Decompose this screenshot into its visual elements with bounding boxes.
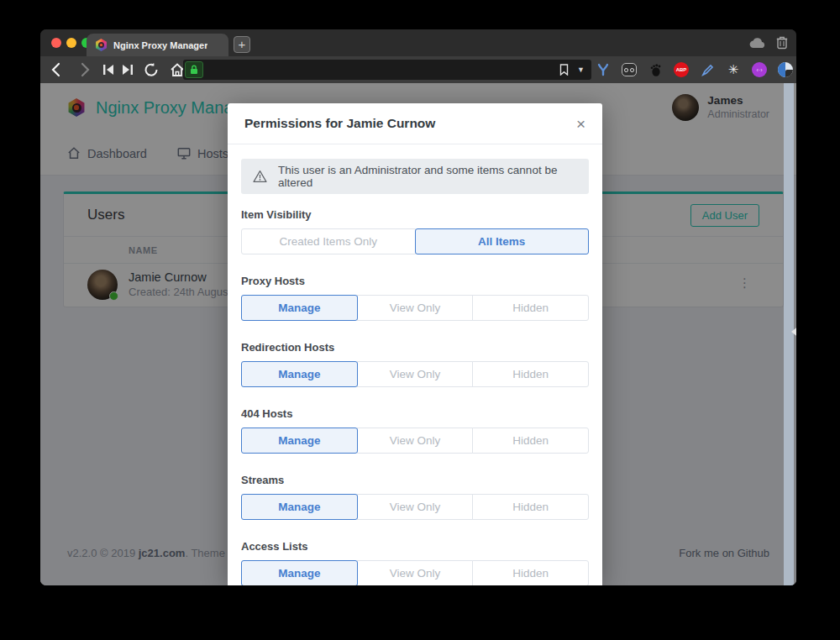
modal-title: Permissions for Jamie Curnow (244, 116, 435, 131)
permission-button-group: ManageView OnlyHidden (241, 560, 589, 585)
perm-option-manage[interactable]: Manage (241, 494, 358, 520)
reload-icon[interactable] (144, 62, 159, 77)
forward-icon[interactable] (76, 61, 92, 78)
close-icon[interactable] (51, 38, 61, 48)
permission-button-group: ManageView OnlyHidden (241, 428, 589, 454)
admin-alert-text: This user is an Administrator and some i… (278, 164, 577, 189)
window-edge-arrow-icon (791, 326, 796, 338)
page-viewport: Nginx Proxy Manager James Administrator … (40, 83, 796, 585)
perm-option-hidden[interactable]: Hidden (472, 295, 589, 321)
permission-section-label: 404 Hosts (241, 407, 589, 420)
permission-section-label: Access Lists (241, 540, 589, 553)
back-icon[interactable] (49, 61, 66, 78)
goggles-icon[interactable] (622, 63, 637, 76)
gnome-foot-icon[interactable] (648, 62, 663, 77)
tab-title: Nginx Proxy Manager (113, 40, 207, 50)
browser-titlebar: Nginx Proxy Manager + (40, 29, 796, 56)
permissions-modal: Permissions for Jamie Curnow × This user… (228, 103, 602, 585)
skip-end-icon[interactable] (122, 64, 134, 76)
perm-option-view-only[interactable]: View Only (357, 295, 474, 321)
perm-option-hidden[interactable]: Hidden (472, 560, 589, 585)
warning-icon (253, 170, 267, 183)
perm-option-manage[interactable]: Manage (241, 560, 358, 585)
permission-section-label: Redirection Hosts (241, 341, 589, 354)
perm-option-all-items[interactable]: All Items (415, 228, 590, 254)
clock-icon[interactable] (778, 62, 793, 77)
modal-close-button[interactable]: × (576, 116, 585, 132)
gear-icon[interactable]: ✳ (726, 62, 741, 77)
permission-section: Access Lists ManageView OnlyHidden (241, 540, 589, 585)
permission-button-group: Created Items OnlyAll Items (241, 228, 589, 254)
perm-option-hidden[interactable]: Hidden (472, 494, 589, 520)
cloud-icon[interactable] (749, 37, 766, 49)
trash-icon[interactable] (776, 35, 788, 50)
new-tab-button[interactable]: + (234, 36, 250, 53)
permission-section-label: Streams (241, 474, 589, 486)
perm-option-view-only[interactable]: View Only (357, 428, 474, 454)
abp-icon[interactable]: ABP (674, 62, 689, 77)
bookmark-icon[interactable] (559, 64, 569, 76)
permission-section: Item Visibility Created Items OnlyAll It… (241, 208, 589, 254)
permission-button-group: ManageView OnlyHidden (241, 361, 589, 387)
perm-option-manage[interactable]: Manage (241, 361, 358, 387)
perm-option-created-items-only[interactable]: Created Items Only (241, 228, 416, 254)
caret-down-icon[interactable]: ▼ (577, 66, 585, 74)
perm-option-hidden[interactable]: Hidden (472, 428, 589, 454)
permission-section-label: Proxy Hosts (241, 275, 589, 287)
permission-section-label: Item Visibility (241, 208, 589, 221)
permission-section: Redirection Hosts ManageView OnlyHidden (241, 341, 589, 387)
perm-option-view-only[interactable]: View Only (357, 361, 474, 387)
permission-button-group: ManageView OnlyHidden (241, 295, 589, 321)
lock-icon[interactable] (185, 61, 203, 78)
perm-option-view-only[interactable]: View Only (357, 494, 474, 520)
url-bar[interactable]: ▼ (183, 60, 591, 80)
perm-option-hidden[interactable]: Hidden (472, 361, 589, 387)
browser-window: Nginx Proxy Manager + (40, 29, 796, 585)
permission-button-group: ManageView OnlyHidden (241, 494, 589, 520)
permission-section: Proxy Hosts ManageView OnlyHidden (241, 275, 589, 321)
perm-option-manage[interactable]: Manage (241, 428, 358, 454)
perm-option-view-only[interactable]: View Only (357, 560, 474, 585)
perm-option-manage[interactable]: Manage (241, 295, 358, 321)
modal-sections: Item Visibility Created Items OnlyAll It… (241, 208, 589, 585)
minimize-icon[interactable] (66, 38, 76, 48)
pen-icon[interactable] (700, 62, 715, 77)
permission-section: Streams ManageView OnlyHidden (241, 474, 589, 520)
browser-tab[interactable]: Nginx Proxy Manager (87, 34, 228, 56)
admin-alert: This user is an Administrator and some i… (241, 159, 589, 194)
skip-start-icon[interactable] (102, 64, 114, 76)
browser-toolbar: ▼ ABP ✳ ‹·› (40, 56, 796, 83)
purple-badge-icon[interactable]: ‹·› (752, 62, 767, 77)
wishbone-icon[interactable] (596, 62, 611, 77)
permission-section: 404 Hosts ManageView OnlyHidden (241, 407, 589, 454)
favicon (95, 39, 108, 51)
